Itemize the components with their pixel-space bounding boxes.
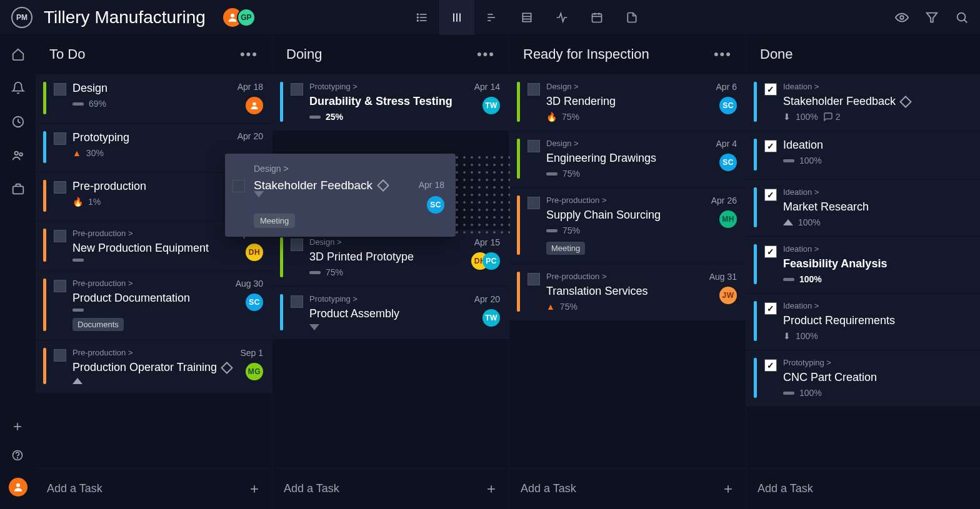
dragging-card[interactable]: Design > Stakeholder Feedback Meeting Ap…: [225, 154, 456, 237]
task-card[interactable]: Prototyping > Product Assembly Apr 20 TW: [272, 286, 509, 339]
task-checkbox[interactable]: [54, 83, 66, 96]
gantt-view-icon[interactable]: [474, 0, 509, 35]
add-task-button[interactable]: Add a Task: [36, 468, 272, 509]
assignee-avatar[interactable]: MG: [246, 363, 263, 380]
task-checkbox[interactable]: ✓: [764, 83, 777, 96]
recent-icon[interactable]: [11, 115, 25, 129]
task-date: Apr 18: [238, 82, 263, 92]
task-card[interactable]: Pre-production > Product Documentation D…: [36, 270, 272, 340]
task-checkbox[interactable]: [54, 280, 66, 292]
assignee-avatar[interactable]: TW: [482, 97, 500, 114]
assignee-avatar[interactable]: PC: [482, 252, 500, 270]
card-stripe: [754, 187, 757, 227]
task-checkbox[interactable]: [54, 230, 66, 242]
visibility-icon[interactable]: [895, 11, 909, 24]
task-title: Product Documentation: [72, 292, 229, 305]
add-task-button[interactable]: Add a Task: [509, 468, 746, 509]
task-parent: Pre-production >: [72, 279, 229, 288]
column-menu-icon[interactable]: •••: [477, 46, 495, 62]
task-title: Durability & Stress Testing: [309, 95, 468, 108]
task-checkbox[interactable]: [291, 239, 303, 251]
column-menu-icon[interactable]: •••: [240, 46, 258, 62]
assignee-avatar[interactable]: [246, 97, 263, 114]
projects-icon[interactable]: [11, 182, 25, 196]
task-card[interactable]: ✓ Ideation > Stakeholder Feedback ⬇ 100%…: [746, 74, 980, 131]
column-menu-icon[interactable]: •••: [714, 46, 732, 62]
add-task-button[interactable]: Add a Task: [746, 468, 980, 509]
task-card[interactable]: ✓ Ideation > Product Requirements ⬇100%: [746, 293, 980, 350]
task-percent: 100%: [799, 388, 822, 398]
task-card[interactable]: ✓ Ideation > Market Research 100%: [746, 179, 980, 236]
task-card[interactable]: Design 69% Apr 18: [36, 74, 272, 123]
help-icon[interactable]: [11, 449, 25, 463]
task-card[interactable]: Pre-production > Supply Chain Sourcing 7…: [509, 187, 746, 264]
task-card[interactable]: Prototyping > Durability & Stress Testin…: [272, 74, 509, 131]
assignee-avatar[interactable]: JW: [719, 287, 737, 304]
add-icon[interactable]: [11, 420, 25, 434]
activity-view-icon[interactable]: [544, 0, 579, 35]
calendar-view-icon[interactable]: [579, 0, 614, 35]
notifications-icon[interactable]: [11, 81, 25, 95]
task-card[interactable]: Pre-production > Production Operator Tra…: [36, 340, 272, 393]
task-checkbox[interactable]: [291, 83, 303, 96]
assignee-avatar[interactable]: TW: [482, 309, 500, 327]
task-checkbox[interactable]: [54, 349, 66, 362]
task-checkbox[interactable]: [54, 132, 66, 145]
task-card[interactable]: ✓ Prototyping > CNC Part Creation 100%: [746, 350, 980, 407]
assignee-avatar[interactable]: SC: [246, 294, 263, 311]
team-icon[interactable]: [11, 149, 25, 162]
project-members[interactable]: GP: [223, 8, 256, 27]
task-checkbox[interactable]: ✓: [764, 140, 777, 152]
task-checkbox[interactable]: [291, 295, 303, 308]
svg-rect-13: [522, 13, 531, 21]
task-card[interactable]: Pre-production > Translation Services ▲7…: [509, 264, 746, 320]
comments-icon[interactable]: 2: [823, 112, 841, 122]
priority-up-icon: ▲: [546, 302, 555, 312]
card-stripe: [517, 272, 520, 312]
task-card[interactable]: Design > 3D Rendering 🔥75% Apr 6 SC: [509, 74, 746, 131]
task-card[interactable]: ✓ Ideation 100%: [746, 131, 980, 179]
task-percent: 100%: [798, 217, 821, 227]
task-title: Engineering Drawings: [546, 152, 710, 165]
assignee-avatar[interactable]: DH: [246, 244, 263, 261]
add-task-button[interactable]: Add a Task: [272, 468, 509, 509]
task-checkbox[interactable]: [528, 140, 540, 152]
current-user-avatar[interactable]: [9, 478, 28, 497]
left-sidebar: [0, 35, 36, 509]
task-checkbox[interactable]: [232, 180, 245, 192]
task-checkbox[interactable]: [54, 181, 66, 194]
assignee-avatar[interactable]: MH: [719, 210, 737, 228]
assignee-avatar[interactable]: SC: [719, 97, 737, 114]
progress-bar-icon: [72, 259, 84, 262]
card-stripe: [43, 229, 46, 262]
milestone-icon: [377, 179, 389, 192]
table-view-icon[interactable]: [509, 0, 544, 35]
list-view-icon[interactable]: [404, 0, 439, 35]
task-checkbox[interactable]: ✓: [764, 245, 777, 258]
card-stripe: [43, 348, 46, 384]
task-checkbox[interactable]: ✓: [764, 302, 777, 315]
card-stripe: [43, 279, 46, 331]
task-card[interactable]: Design > 3D Printed Prototype 75% Apr 15…: [272, 229, 509, 286]
task-parent: Ideation >: [783, 301, 974, 310]
task-checkbox[interactable]: [528, 197, 540, 209]
task-checkbox[interactable]: [528, 83, 540, 96]
task-card[interactable]: ✓ Ideation > Feasibility Analysis 100%: [746, 236, 980, 293]
board-view-icon[interactable]: [439, 0, 474, 35]
task-card[interactable]: Design > Engineering Drawings 75% Apr 4 …: [509, 131, 746, 187]
assignee-avatar[interactable]: SC: [719, 154, 737, 171]
kanban-board: To Do ••• Design 69% Apr 18: [36, 35, 980, 509]
home-icon[interactable]: [11, 47, 25, 61]
task-title: New Production Equipment: [72, 242, 231, 255]
search-icon[interactable]: [955, 11, 969, 24]
task-checkbox[interactable]: ✓: [764, 189, 777, 201]
logo[interactable]: PM: [11, 7, 32, 28]
filter-icon[interactable]: [925, 11, 939, 24]
task-parent: Design >: [254, 164, 444, 174]
files-view-icon[interactable]: [614, 0, 649, 35]
plus-icon: [485, 483, 498, 495]
card-stripe: [43, 82, 46, 114]
task-checkbox[interactable]: [528, 273, 540, 285]
assignee-avatar[interactable]: SC: [427, 196, 444, 214]
task-checkbox[interactable]: ✓: [764, 359, 777, 372]
